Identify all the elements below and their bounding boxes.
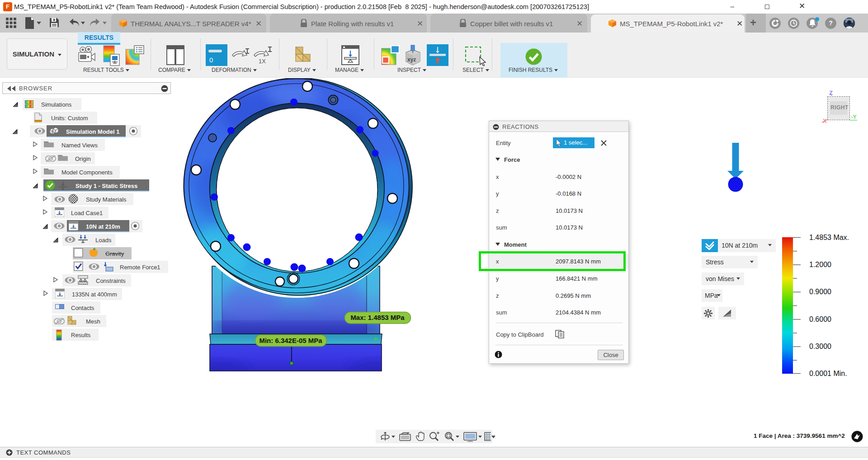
svg-text:Max: 1.4853 MPa: Max: 1.4853 MPa [350,314,405,321]
svg-text:Min: 6.342E-05 MPa: Min: 6.342E-05 MPa [259,337,322,344]
